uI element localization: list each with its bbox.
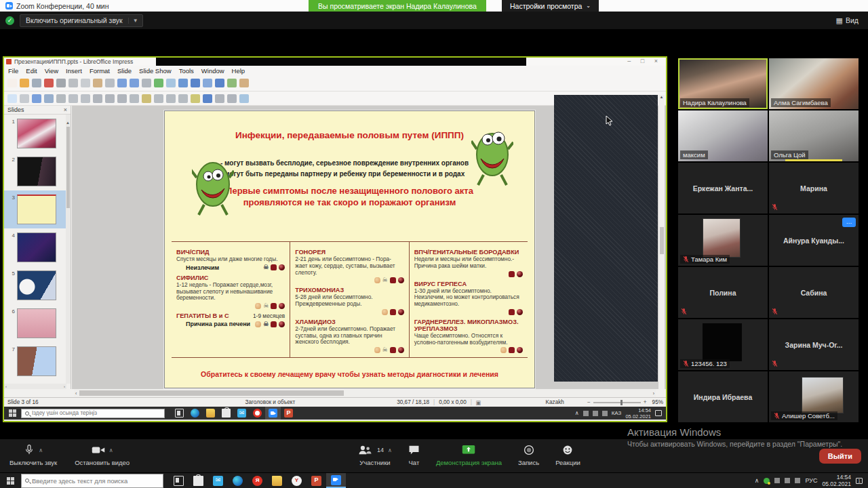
record-button[interactable]: Запись: [518, 443, 539, 466]
menu-slide-show[interactable]: Slide Show: [139, 67, 172, 75]
edge-taskbar-icon[interactable]: [228, 474, 248, 487]
rectangle-icon[interactable]: [68, 94, 78, 103]
slide-thumbnail-image[interactable]: [17, 232, 56, 262]
insert-textbox-icon[interactable]: [239, 94, 249, 103]
mail-taskbar-icon[interactable]: ✉: [234, 407, 250, 420]
insert-image-icon[interactable]: [227, 79, 237, 87]
line-color-icon[interactable]: [44, 94, 54, 103]
mail-taskbar-icon[interactable]: ✉: [208, 474, 228, 487]
open-icon[interactable]: [20, 79, 29, 87]
zoom-slider[interactable]: −+ 95%: [587, 399, 663, 405]
notification-center-icon[interactable]: 1: [856, 478, 863, 484]
flowchart-icon[interactable]: [166, 94, 176, 103]
store-taskbar-icon[interactable]: [218, 407, 234, 420]
more-options-button[interactable]: …: [842, 218, 856, 227]
display-grid-icon[interactable]: [166, 79, 176, 87]
zoom-taskbar-icon[interactable]: [326, 473, 346, 488]
block-arrows-icon[interactable]: [154, 94, 163, 103]
participant-tile[interactable]: Тамара Ким: [678, 215, 768, 266]
insert-table-icon[interactable]: [215, 79, 224, 87]
participant-tile[interactable]: Алишер Советб...: [769, 371, 859, 422]
chevron-up-icon[interactable]: ∧: [388, 447, 392, 453]
paste-icon[interactable]: [93, 79, 102, 87]
slide-thumbnail-image[interactable]: [17, 270, 56, 300]
participant-tile[interactable]: Айнура Куанды...…: [769, 215, 859, 266]
participant-tile[interactable]: Полина: [678, 267, 768, 318]
lines-arrows-icon[interactable]: [93, 94, 102, 103]
align-icon[interactable]: [227, 94, 237, 103]
participant-tile[interactable]: Марина: [769, 163, 859, 214]
view-button[interactable]: ▦ Вид: [832, 14, 863, 27]
connector-icon[interactable]: [117, 94, 127, 103]
taskview-taskbar-icon[interactable]: [172, 407, 187, 420]
opera-taskbar-icon[interactable]: [250, 407, 265, 420]
slide-thumbnail-image[interactable]: [17, 308, 56, 338]
explorer-taskbar-icon[interactable]: [267, 474, 287, 487]
participant-tile[interactable]: максим: [678, 110, 768, 161]
slide-thumbnail-2[interactable]: 2: [4, 152, 66, 190]
reactions-button[interactable]: Реакции: [555, 443, 580, 466]
slide-thumbnail-6[interactable]: 6: [4, 304, 66, 342]
fill-color-icon[interactable]: [32, 94, 41, 103]
presenter-language[interactable]: КАЗ: [612, 410, 622, 416]
copy-icon[interactable]: [81, 79, 90, 87]
undo-icon[interactable]: [117, 79, 127, 87]
cut-icon[interactable]: [68, 79, 78, 87]
participant-tile[interactable]: Зарина Муч-Ог...: [769, 319, 859, 370]
ellipse-icon[interactable]: [81, 94, 90, 103]
clone-formatting-icon[interactable]: [105, 79, 115, 87]
taskbar-language[interactable]: РУС: [805, 477, 817, 484]
leave-meeting-button[interactable]: Выйти: [819, 449, 861, 464]
basic-shapes-icon[interactable]: [130, 94, 139, 103]
tray-expand-icon[interactable]: ∧: [755, 477, 760, 484]
participant-tile[interactable]: Алма Сагимбаева: [769, 58, 859, 109]
chat-button[interactable]: Чат: [408, 443, 420, 466]
window-controls[interactable]: – □ ×: [627, 58, 662, 64]
taskview-taskbar-icon[interactable]: [169, 474, 189, 487]
3d-objects-icon[interactable]: [203, 94, 212, 103]
callout-shapes-icon[interactable]: [178, 94, 188, 103]
slide-thumbnail-image[interactable]: [17, 157, 56, 186]
share-screen-button[interactable]: Демонстрация экрана: [436, 443, 502, 466]
ppoint-taskbar-icon[interactable]: P: [307, 474, 326, 487]
participant-tile[interactable]: Ольга Цой: [769, 110, 859, 161]
slide-thumbnail-3[interactable]: 3: [4, 190, 66, 228]
stop-video-button[interactable]: ∧ Остановить видео: [75, 443, 130, 466]
participants-button[interactable]: 14 ∧ Участники: [358, 443, 392, 466]
notification-icon[interactable]: [655, 410, 662, 416]
presenter-clock[interactable]: 14:5405.02.2021: [625, 407, 651, 420]
chevron-up-icon[interactable]: ∧: [109, 447, 113, 453]
participant-tile[interactable]: Надира Калаулинова: [678, 58, 768, 109]
curve-icon[interactable]: [105, 94, 115, 103]
select-icon[interactable]: [7, 94, 17, 103]
menu-view[interactable]: View: [45, 67, 58, 75]
new-document-icon[interactable]: [7, 79, 17, 87]
taskbar-search-box[interactable]: [21, 474, 163, 488]
presenter-search-input[interactable]: [32, 410, 161, 416]
print-icon[interactable]: [56, 79, 66, 87]
horizontal-scrollbar[interactable]: ‹›: [74, 389, 656, 397]
chevron-up-icon[interactable]: ∧: [39, 447, 43, 453]
ybrowser-taskbar-icon[interactable]: Y: [287, 474, 307, 487]
ppoint-taskbar-icon[interactable]: P: [281, 407, 296, 420]
slide-thumbnail-image[interactable]: [17, 195, 56, 224]
status-language[interactable]: Kazakh: [546, 399, 564, 405]
participant-tile[interactable]: 123456. 123: [678, 319, 768, 370]
slides-panel-hscrollbar[interactable]: ‹›: [4, 384, 66, 389]
zoom-taskbar-icon[interactable]: [265, 407, 281, 420]
spelling-icon[interactable]: [154, 79, 163, 87]
store-taskbar-icon[interactable]: [189, 474, 208, 487]
menu-format[interactable]: Format: [90, 67, 110, 75]
slide-thumbnail-4[interactable]: 4: [4, 228, 66, 266]
participant-tile[interactable]: Индира Ибраева: [678, 371, 768, 422]
taskbar-search-input[interactable]: [32, 477, 159, 485]
view-settings-button[interactable]: Настройки просмотра⌄: [502, 0, 599, 12]
slide-thumbnail-7[interactable]: 7: [4, 342, 66, 380]
star-shapes-icon[interactable]: [191, 94, 200, 103]
chevron-down-icon[interactable]: ▼: [128, 18, 142, 24]
vertical-scrollbar[interactable]: ▲: [658, 95, 665, 389]
menu-file[interactable]: File: [8, 67, 18, 75]
slide-thumbnail-image[interactable]: [17, 346, 56, 376]
menu-window[interactable]: Window: [201, 67, 224, 75]
menu-slide[interactable]: Slide: [117, 67, 132, 75]
